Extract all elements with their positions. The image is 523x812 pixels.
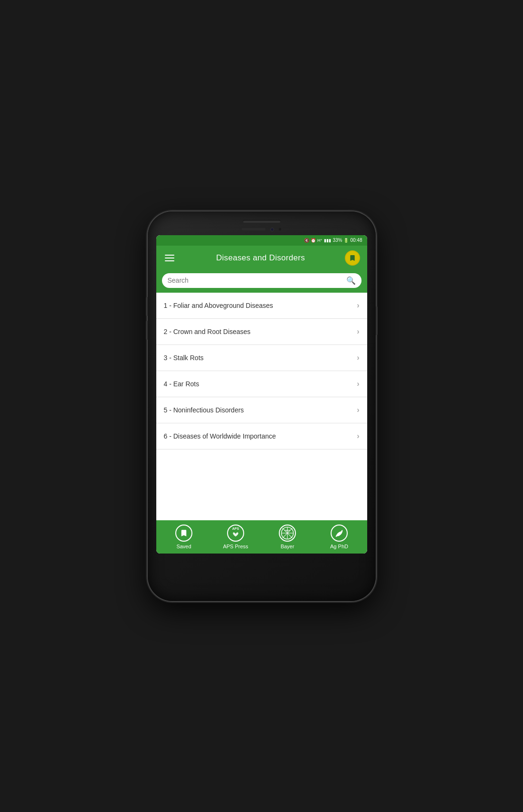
list-item-label: 3 - Stalk Rots — [164, 354, 357, 362]
search-icon[interactable]: 🔍 — [346, 276, 356, 285]
bayer-logo-icon: BAYER — [281, 526, 294, 540]
list-item-label: 1 - Foliar and Aboveground Diseases — [164, 302, 357, 309]
phone-camera-area — [156, 228, 367, 231]
status-bar: 🔇 ⏰ H⁺ ▮▮▮ 33% 🔋 00:48 — [156, 235, 367, 246]
saved-icon — [175, 525, 192, 542]
chevron-right-icon: › — [357, 406, 359, 414]
disease-list: 1 - Foliar and Aboveground Diseases › 2 … — [156, 293, 367, 520]
volume-up-button[interactable] — [146, 297, 148, 316]
bookmark-nav-icon — [180, 529, 188, 537]
sensor — [279, 228, 281, 230]
status-icons: 🔇 ⏰ H⁺ ▮▮▮ 33% 🔋 00:48 — [304, 238, 362, 243]
nav-item-ag-phd[interactable]: Ag PhD — [314, 525, 365, 549]
clock: 00:48 — [350, 238, 362, 243]
search-input-wrapper: 🔍 — [162, 273, 361, 288]
bookmark-icon — [349, 254, 356, 262]
hamburger-line-3 — [165, 260, 174, 261]
list-item[interactable]: 1 - Foliar and Aboveground Diseases › — [156, 293, 367, 319]
hamburger-line-2 — [165, 258, 174, 258]
agphd-icon — [331, 525, 348, 542]
list-item[interactable]: 4 - Ear Rots › — [156, 371, 367, 397]
aps-press-icon: APS — [227, 525, 244, 542]
signal-icon: ▮▮▮ — [324, 238, 331, 243]
hamburger-line-1 — [165, 255, 174, 256]
phone-speaker — [243, 220, 281, 223]
list-item-label: 2 - Crown and Root Diseases — [164, 328, 357, 335]
nav-item-aps-press[interactable]: APS APS Press — [210, 525, 262, 549]
list-item-label: 6 - Diseases of Worldwide Importance — [164, 432, 357, 440]
leaf-icon — [334, 528, 344, 538]
chevron-right-icon: › — [357, 380, 359, 388]
battery-icon: 🔋 — [343, 238, 349, 243]
list-item-label: 4 - Ear Rots — [164, 380, 357, 388]
search-input[interactable] — [168, 277, 343, 284]
menu-button[interactable] — [163, 253, 176, 263]
phone-device: 🔇 ⏰ H⁺ ▮▮▮ 33% 🔋 00:48 Diseases and Diso… — [148, 211, 376, 601]
saved-label: Saved — [176, 544, 191, 549]
power-button[interactable] — [376, 306, 378, 335]
nav-item-bayer[interactable]: BAYER Bayer — [262, 525, 314, 549]
front-camera — [270, 228, 274, 231]
bookmark-button[interactable] — [345, 250, 360, 266]
chevron-right-icon: › — [357, 432, 359, 440]
chevron-right-icon: › — [357, 301, 359, 310]
bayer-label: Bayer — [281, 544, 295, 549]
list-item-label: 5 - Noninfectious Disorders — [164, 406, 357, 414]
silent-icon: 🔇 — [304, 238, 309, 243]
nav-item-saved[interactable]: Saved — [158, 525, 210, 549]
battery-percent: 33% — [333, 238, 342, 243]
aps-press-label: APS Press — [223, 544, 248, 549]
phone-screen: 🔇 ⏰ H⁺ ▮▮▮ 33% 🔋 00:48 Diseases and Diso… — [156, 235, 367, 554]
chevron-right-icon: › — [357, 353, 359, 362]
ag-phd-label: Ag PhD — [330, 544, 348, 549]
chevron-right-icon: › — [357, 327, 359, 336]
app-header: Diseases and Disorders — [156, 246, 367, 270]
page-title: Diseases and Disorders — [216, 253, 305, 263]
volume-down-button[interactable] — [146, 321, 148, 340]
network-plus-icon: H⁺ — [317, 238, 323, 243]
alarm-icon: ⏰ — [311, 238, 316, 243]
list-item[interactable]: 3 - Stalk Rots › — [156, 345, 367, 371]
aps-leaf-icon — [232, 532, 239, 537]
bayer-icon: BAYER — [279, 525, 296, 542]
list-item[interactable]: 5 - Noninfectious Disorders › — [156, 397, 367, 423]
svg-text:BAYER: BAYER — [285, 529, 290, 531]
earpiece — [242, 228, 266, 230]
list-item[interactable]: 6 - Diseases of Worldwide Importance › — [156, 423, 367, 449]
list-item[interactable]: 2 - Crown and Root Diseases › — [156, 319, 367, 345]
bottom-navigation: Saved APS APS Press — [156, 520, 367, 554]
search-bar: 🔍 — [156, 270, 367, 293]
